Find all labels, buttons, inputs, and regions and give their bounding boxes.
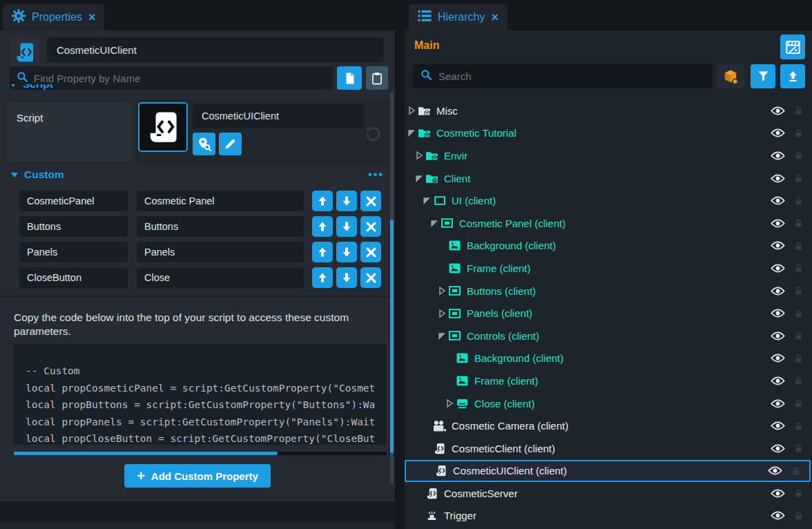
collapse-arrow-icon[interactable] [407,128,417,137]
tree-row-misc[interactable]: Misc [405,99,812,122]
lock-icon[interactable] [794,105,804,116]
lock-icon[interactable] [794,510,804,521]
tree-row-cosmeticclient-client[interactable]: CosmeticClient (client) [405,437,812,460]
visibility-eye-icon[interactable] [771,353,786,363]
custom-prop-value-field[interactable]: Buttons [137,216,304,237]
lock-icon[interactable] [794,421,804,432]
custom-prop-value-field[interactable]: Panels [137,242,304,262]
lock-icon[interactable] [794,218,804,229]
visibility-eye-icon[interactable] [771,488,786,499]
visibility-eye-icon[interactable] [771,398,786,409]
custom-prop-name-field[interactable]: Panels [19,242,128,262]
visibility-eye-icon[interactable] [771,240,786,251]
tree-row-panels-client[interactable]: Panels (client) [405,302,812,325]
custom-prop-name-field[interactable]: CloseButton [19,267,128,288]
script-asset-thumbnail[interactable] [138,102,188,152]
custom-prop-name-field[interactable]: CosmeticPanel [19,191,128,211]
visibility-eye-icon[interactable] [771,173,786,184]
tree-row-cosmetic-panel-client[interactable]: Cosmetic Panel (client) [405,212,812,235]
close-icon[interactable]: × [88,11,96,23]
lock-icon[interactable] [794,150,804,161]
visibility-eye-icon[interactable] [768,465,783,476]
visibility-eye-icon[interactable] [771,421,786,431]
code-horizontal-scrollbar[interactable] [14,452,387,455]
hierarchy-search-field[interactable] [413,64,713,88]
publish-button[interactable] [780,64,805,88]
collapse-caret-icon[interactable] [10,84,17,87]
custom-prop-value-field[interactable]: Cosmetic Panel [137,191,304,211]
visibility-eye-icon[interactable] [771,286,786,296]
edit-script-button[interactable] [219,133,242,155]
tree-row-envir[interactable]: Envir [405,144,812,167]
custom-prop-name-field[interactable]: Buttons [19,216,128,237]
visibility-eye-icon[interactable] [771,128,786,138]
object-mode-button[interactable] [717,64,744,88]
tree-row-buttons-client[interactable]: Buttons (client) [405,280,812,302]
collapse-arrow-icon[interactable] [438,331,447,340]
lock-icon[interactable] [794,240,804,251]
visibility-eye-icon[interactable] [771,106,786,116]
move-down-button[interactable] [336,216,357,237]
tab-properties[interactable]: Properties × [3,4,104,30]
lock-icon[interactable] [794,375,804,386]
delete-property-button[interactable] [360,191,381,211]
tree-row-trigger[interactable]: Trigger [405,505,812,528]
tree-row-cosmeticserver[interactable]: CosmeticServer [405,482,812,505]
move-down-button[interactable] [336,191,357,211]
scrollbar-thumb[interactable] [14,452,278,455]
move-down-button[interactable] [336,267,357,288]
section-menu-icon[interactable]: ••• [368,169,384,181]
tree-row-cosmeticuiclient-client[interactable]: CosmeticUIClient (client) [405,460,811,483]
tree-row-ui-client[interactable]: UI (client) [405,189,812,212]
copy-properties-button[interactable] [337,66,362,90]
add-custom-property-button[interactable]: + Add Custom Property [124,464,271,488]
tree-row-background-client[interactable]: Background (client) [405,235,812,258]
collapse-arrow-icon[interactable] [430,219,440,228]
lock-icon[interactable] [794,285,804,296]
close-icon[interactable]: × [491,11,499,23]
collapse-arrow-icon[interactable] [415,174,425,183]
paste-properties-button[interactable] [366,66,388,90]
visibility-eye-icon[interactable] [771,263,786,273]
visibility-eye-icon[interactable] [771,195,786,206]
expand-arrow-icon[interactable] [438,286,447,296]
find-property-input[interactable] [34,73,326,84]
reset-property-icon[interactable] [364,126,382,144]
lock-icon[interactable] [794,195,804,206]
properties-scrollbar-thumb[interactable] [390,220,394,453]
tree-row-close-client[interactable]: Close (client) [405,392,812,415]
collapse-arrow-icon[interactable] [423,196,432,205]
collapse-caret-icon[interactable] [11,173,18,177]
visibility-eye-icon[interactable] [771,308,786,318]
tree-row-controls-client[interactable]: Controls (client) [405,325,812,347]
tree-row-frame-client[interactable]: Frame (client) [405,257,812,280]
lock-icon[interactable] [794,308,804,319]
scene-capture-button[interactable] [780,35,805,59]
lock-icon[interactable] [794,398,804,409]
filter-button[interactable] [751,64,775,88]
tree-row-client[interactable]: Client [405,167,812,190]
delete-property-button[interactable] [360,242,381,262]
tree-row-cosmetic-camera-client[interactable]: Cosmetic Camera (client) [405,414,812,437]
visibility-eye-icon[interactable] [771,510,786,521]
delete-property-button[interactable] [360,267,381,288]
visibility-eye-icon[interactable] [771,331,786,341]
lock-icon[interactable] [794,262,804,273]
move-down-button[interactable] [336,242,357,262]
expand-arrow-icon[interactable] [407,106,417,115]
visibility-eye-icon[interactable] [771,443,786,454]
delete-property-button[interactable] [360,216,381,237]
move-up-button[interactable] [312,191,333,211]
move-up-button[interactable] [312,216,333,237]
visibility-eye-icon[interactable] [771,376,786,386]
tree-row-background-client[interactable]: Background (client) [405,347,812,370]
lock-icon[interactable] [794,173,804,184]
hierarchy-search-input[interactable] [438,70,705,82]
lock-icon[interactable] [791,465,801,477]
lock-icon[interactable] [794,128,804,139]
tab-hierarchy[interactable]: Hierarchy × [409,4,508,30]
lock-icon[interactable] [794,488,804,499]
tree-row-frame-client[interactable]: Frame (client) [405,369,812,392]
custom-prop-value-field[interactable]: Close [137,267,304,288]
lock-icon[interactable] [794,353,804,364]
